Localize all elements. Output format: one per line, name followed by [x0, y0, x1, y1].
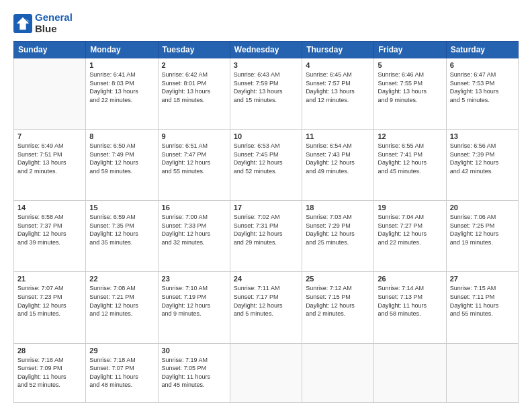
calendar-cell: 20Sunrise: 7:06 AM Sunset: 7:25 PM Dayli… — [446, 201, 518, 272]
calendar-cell: 2Sunrise: 6:42 AM Sunset: 8:01 PM Daylig… — [158, 58, 230, 130]
day-number: 15 — [89, 203, 154, 212]
cell-content: Sunrise: 6:45 AM Sunset: 7:57 PM Dayligh… — [306, 71, 370, 104]
logo-icon — [13, 14, 32, 33]
calendar-cell: 17Sunrise: 7:02 AM Sunset: 7:31 PM Dayli… — [230, 201, 302, 272]
cell-content: Sunrise: 6:46 AM Sunset: 7:55 PM Dayligh… — [378, 71, 442, 104]
day-number: 10 — [234, 132, 298, 140]
header: General Blue — [13, 12, 519, 34]
calendar-cell: 16Sunrise: 7:00 AM Sunset: 7:33 PM Dayli… — [158, 201, 230, 272]
cell-content: Sunrise: 7:19 AM Sunset: 7:05 PM Dayligh… — [162, 356, 226, 390]
cell-content: Sunrise: 6:55 AM Sunset: 7:41 PM Dayligh… — [378, 142, 442, 175]
calendar-table: SundayMondayTuesdayWednesdayThursdayFrid… — [13, 41, 519, 403]
cell-content: Sunrise: 6:53 AM Sunset: 7:45 PM Dayligh… — [234, 142, 298, 175]
day-number: 11 — [306, 132, 370, 140]
calendar-cell: 9Sunrise: 6:51 AM Sunset: 7:47 PM Daylig… — [158, 130, 230, 201]
cell-content: Sunrise: 7:18 AM Sunset: 7:07 PM Dayligh… — [89, 356, 154, 390]
week-row-4: 21Sunrise: 7:07 AM Sunset: 7:23 PM Dayli… — [14, 272, 519, 343]
page: General Blue SundayMondayTuesdayWednesda… — [0, 0, 532, 411]
day-number: 24 — [234, 275, 298, 283]
day-number: 26 — [378, 275, 442, 283]
day-number: 6 — [450, 61, 515, 69]
calendar-cell: 10Sunrise: 6:53 AM Sunset: 7:45 PM Dayli… — [230, 130, 302, 201]
cell-content: Sunrise: 6:43 AM Sunset: 7:59 PM Dayligh… — [234, 71, 298, 104]
cell-content: Sunrise: 6:47 AM Sunset: 7:53 PM Dayligh… — [450, 71, 515, 104]
cell-content: Sunrise: 7:14 AM Sunset: 7:13 PM Dayligh… — [378, 284, 442, 318]
day-number: 14 — [17, 203, 82, 212]
calendar-cell: 6Sunrise: 6:47 AM Sunset: 7:53 PM Daylig… — [446, 58, 518, 130]
day-number: 30 — [162, 347, 226, 355]
cell-content: Sunrise: 6:51 AM Sunset: 7:47 PM Dayligh… — [162, 142, 226, 175]
day-number: 13 — [450, 132, 515, 140]
day-number: 28 — [17, 347, 82, 355]
calendar-cell: 15Sunrise: 6:59 AM Sunset: 7:35 PM Dayli… — [86, 201, 158, 272]
calendar-cell: 14Sunrise: 6:58 AM Sunset: 7:37 PM Dayli… — [14, 201, 86, 272]
day-number: 2 — [162, 61, 226, 69]
calendar-cell: 23Sunrise: 7:10 AM Sunset: 7:19 PM Dayli… — [158, 272, 230, 343]
calendar-cell: 8Sunrise: 6:50 AM Sunset: 7:49 PM Daylig… — [86, 130, 158, 201]
calendar-cell: 13Sunrise: 6:56 AM Sunset: 7:39 PM Dayli… — [446, 130, 518, 201]
day-number: 16 — [162, 203, 226, 212]
calendar-cell: 26Sunrise: 7:14 AM Sunset: 7:13 PM Dayli… — [374, 272, 446, 343]
calendar-cell: 12Sunrise: 6:55 AM Sunset: 7:41 PM Dayli… — [374, 130, 446, 201]
day-header-saturday: Saturday — [446, 42, 518, 58]
week-row-3: 14Sunrise: 6:58 AM Sunset: 7:37 PM Dayli… — [14, 201, 519, 272]
cell-content: Sunrise: 7:00 AM Sunset: 7:33 PM Dayligh… — [162, 213, 226, 246]
week-row-5: 28Sunrise: 7:16 AM Sunset: 7:09 PM Dayli… — [14, 343, 519, 403]
day-number: 5 — [378, 61, 442, 69]
calendar-cell: 25Sunrise: 7:12 AM Sunset: 7:15 PM Dayli… — [302, 272, 374, 343]
cell-content: Sunrise: 7:02 AM Sunset: 7:31 PM Dayligh… — [234, 213, 298, 246]
day-number: 21 — [17, 275, 82, 283]
cell-content: Sunrise: 7:03 AM Sunset: 7:29 PM Dayligh… — [306, 213, 370, 246]
cell-content: Sunrise: 6:42 AM Sunset: 8:01 PM Dayligh… — [162, 71, 226, 104]
cell-content: Sunrise: 7:07 AM Sunset: 7:23 PM Dayligh… — [17, 284, 82, 318]
week-row-1: 1Sunrise: 6:41 AM Sunset: 8:03 PM Daylig… — [14, 58, 519, 130]
day-number: 17 — [234, 203, 298, 212]
calendar-cell: 29Sunrise: 7:18 AM Sunset: 7:07 PM Dayli… — [86, 343, 158, 403]
day-number: 19 — [378, 203, 442, 212]
calendar-cell — [446, 343, 518, 403]
day-number: 1 — [89, 61, 154, 69]
day-header-wednesday: Wednesday — [230, 42, 302, 58]
cell-content: Sunrise: 6:58 AM Sunset: 7:37 PM Dayligh… — [17, 213, 82, 246]
cell-content: Sunrise: 6:56 AM Sunset: 7:39 PM Dayligh… — [450, 142, 515, 175]
calendar-cell: 7Sunrise: 6:49 AM Sunset: 7:51 PM Daylig… — [14, 130, 86, 201]
day-number: 20 — [450, 203, 515, 212]
cell-content: Sunrise: 7:15 AM Sunset: 7:11 PM Dayligh… — [450, 284, 515, 318]
calendar-cell: 27Sunrise: 7:15 AM Sunset: 7:11 PM Dayli… — [446, 272, 518, 343]
day-number: 22 — [89, 275, 154, 283]
calendar-cell: 1Sunrise: 6:41 AM Sunset: 8:03 PM Daylig… — [86, 58, 158, 130]
cell-content: Sunrise: 6:59 AM Sunset: 7:35 PM Dayligh… — [89, 213, 154, 246]
calendar-cell: 28Sunrise: 7:16 AM Sunset: 7:09 PM Dayli… — [14, 343, 86, 403]
day-header-thursday: Thursday — [302, 42, 374, 58]
calendar-cell: 11Sunrise: 6:54 AM Sunset: 7:43 PM Dayli… — [302, 130, 374, 201]
calendar-cell: 19Sunrise: 7:04 AM Sunset: 7:27 PM Dayli… — [374, 201, 446, 272]
cell-content: Sunrise: 7:10 AM Sunset: 7:19 PM Dayligh… — [162, 284, 226, 318]
calendar-cell: 5Sunrise: 6:46 AM Sunset: 7:55 PM Daylig… — [374, 58, 446, 130]
cell-content: Sunrise: 7:04 AM Sunset: 7:27 PM Dayligh… — [378, 213, 442, 246]
cell-content: Sunrise: 6:41 AM Sunset: 8:03 PM Dayligh… — [89, 71, 154, 104]
calendar-cell — [374, 343, 446, 403]
logo-text: General Blue — [35, 12, 73, 34]
day-header-tuesday: Tuesday — [158, 42, 230, 58]
calendar-cell — [230, 343, 302, 403]
day-number: 9 — [162, 132, 226, 140]
cell-content: Sunrise: 7:08 AM Sunset: 7:21 PM Dayligh… — [89, 284, 154, 318]
calendar-cell — [302, 343, 374, 403]
calendar-cell: 21Sunrise: 7:07 AM Sunset: 7:23 PM Dayli… — [14, 272, 86, 343]
day-number: 27 — [450, 275, 515, 283]
day-number: 25 — [306, 275, 370, 283]
day-number: 18 — [306, 203, 370, 212]
cell-content: Sunrise: 7:16 AM Sunset: 7:09 PM Dayligh… — [17, 356, 82, 390]
calendar-cell: 4Sunrise: 6:45 AM Sunset: 7:57 PM Daylig… — [302, 58, 374, 130]
day-header-monday: Monday — [86, 42, 158, 58]
day-number: 3 — [234, 61, 298, 69]
day-number: 4 — [306, 61, 370, 69]
week-row-2: 7Sunrise: 6:49 AM Sunset: 7:51 PM Daylig… — [14, 130, 519, 201]
cell-content: Sunrise: 7:12 AM Sunset: 7:15 PM Dayligh… — [306, 284, 370, 318]
calendar-cell: 24Sunrise: 7:11 AM Sunset: 7:17 PM Dayli… — [230, 272, 302, 343]
logo: General Blue — [13, 12, 73, 34]
calendar-cell: 22Sunrise: 7:08 AM Sunset: 7:21 PM Dayli… — [86, 272, 158, 343]
calendar-cell: 30Sunrise: 7:19 AM Sunset: 7:05 PM Dayli… — [158, 343, 230, 403]
calendar-cell — [14, 58, 86, 130]
day-header-sunday: Sunday — [14, 42, 86, 58]
